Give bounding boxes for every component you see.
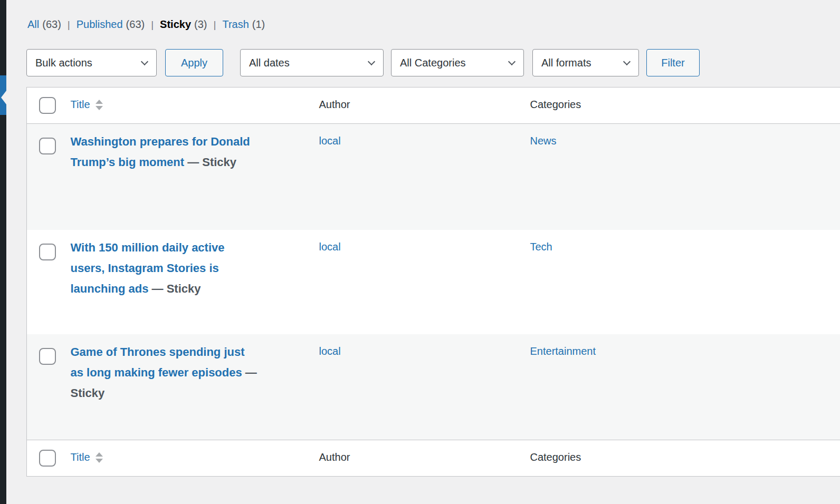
view-published-count: (63) <box>126 17 145 32</box>
category-link[interactable]: Entertainment <box>530 345 596 357</box>
post-state-sticky: — Sticky <box>184 156 236 169</box>
categories-filter-select[interactable]: All Categories <box>391 49 524 76</box>
post-title-link[interactable]: With 150 million daily active users, Ins… <box>71 241 225 295</box>
formats-filter-select[interactable]: All formats <box>532 49 639 76</box>
post-state-sticky: — Sticky <box>148 282 201 295</box>
apply-button[interactable]: Apply <box>165 49 223 76</box>
sort-asc-icon <box>96 452 103 457</box>
select-all-checkbox[interactable] <box>39 97 56 114</box>
author-link[interactable]: local <box>319 135 341 147</box>
row-checkbox[interactable] <box>39 244 56 260</box>
author-link[interactable]: local <box>319 345 341 357</box>
view-all: All (63) | <box>27 17 77 32</box>
sort-asc-icon <box>96 100 103 104</box>
posts-table: Title Author Categories Washington prepa… <box>26 87 840 477</box>
table-row: With 150 million daily active users, Ins… <box>27 230 840 334</box>
bulk-actions-selected-value: Bulk actions <box>35 57 92 69</box>
chevron-down-icon <box>623 57 631 65</box>
view-all-count: (63) <box>42 17 61 32</box>
dates-selected-value: All dates <box>249 57 290 69</box>
posts-list-page: All (63) | Published (63) | Sticky (3) |… <box>6 0 840 504</box>
table-row: Washington prepares for Donald Trump’s b… <box>27 124 840 230</box>
category-link[interactable]: Tech <box>530 241 552 253</box>
chevron-down-icon <box>368 57 375 65</box>
view-sticky: Sticky (3) | <box>160 17 222 32</box>
table-footer: Title Author Categories <box>27 440 840 477</box>
view-sticky-current[interactable]: Sticky <box>160 17 191 32</box>
bulk-actions-select[interactable]: Bulk actions <box>26 49 157 76</box>
formats-selected-value: All formats <box>541 57 591 69</box>
title-column-header: Title <box>71 99 90 111</box>
view-trash-count: (1) <box>252 17 265 32</box>
filter-button[interactable]: Filter <box>646 49 700 76</box>
title-column-footer: Title <box>71 451 90 463</box>
author-column-header: Author <box>309 88 520 124</box>
sort-desc-icon <box>96 459 103 463</box>
view-published-link[interactable]: Published <box>77 17 123 32</box>
view-trash: Trash (1) <box>222 17 265 32</box>
view-separator: | <box>214 17 216 32</box>
categories-column-footer: Categories <box>520 440 840 477</box>
sort-desc-icon <box>96 106 103 110</box>
post-title-link[interactable]: Game of Thrones spending just as long ma… <box>71 345 245 379</box>
table-row: Game of Thrones spending just as long ma… <box>27 334 840 440</box>
category-link[interactable]: News <box>530 135 557 147</box>
chevron-down-icon <box>508 57 516 65</box>
sort-by-title[interactable]: Title <box>71 99 103 111</box>
current-menu-arrow-icon <box>1 91 6 104</box>
sidebar-current-menu-item[interactable] <box>0 75 6 115</box>
sort-icons <box>96 100 103 110</box>
row-checkbox[interactable] <box>39 348 56 365</box>
chevron-down-icon <box>141 57 148 65</box>
view-links: All (63) | Published (63) | Sticky (3) |… <box>27 17 840 32</box>
author-link[interactable]: local <box>319 241 341 253</box>
categories-selected-value: All Categories <box>400 57 466 69</box>
view-published: Published (63) | <box>77 17 160 32</box>
admin-sidebar-edge <box>0 0 6 504</box>
select-all-checkbox-footer[interactable] <box>39 450 56 467</box>
view-trash-link[interactable]: Trash <box>222 17 249 32</box>
row-checkbox[interactable] <box>39 138 56 154</box>
view-separator: | <box>151 17 154 32</box>
view-all-link[interactable]: All <box>27 17 39 32</box>
author-column-footer: Author <box>309 440 520 477</box>
sort-icons <box>96 452 103 463</box>
filter-toolbar: Bulk actions Apply All dates All Categor… <box>26 49 840 76</box>
sort-by-title-footer[interactable]: Title <box>71 451 103 463</box>
view-sticky-count: (3) <box>194 17 207 32</box>
categories-column-header: Categories <box>520 88 840 124</box>
dates-filter-select[interactable]: All dates <box>240 49 384 76</box>
view-separator: | <box>68 17 70 32</box>
table-header: Title Author Categories <box>27 88 840 124</box>
